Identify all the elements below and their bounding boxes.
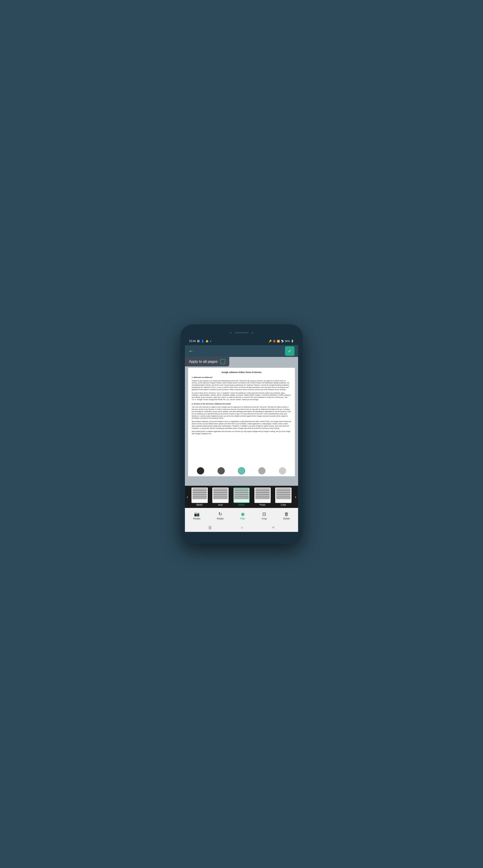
- status-time: 15:44: [189, 340, 196, 343]
- mute-icon: 🔇: [273, 340, 276, 343]
- phone-bottom-bar: [184, 532, 299, 539]
- section-2-heading: 2. Access to the Services; AdSense Accou…: [192, 403, 291, 405]
- filter-icon: ◉: [241, 511, 245, 517]
- phone-top-bar: [184, 329, 299, 337]
- top-navigation: ← ✓: [185, 345, 298, 357]
- filter-item-color[interactable]: Color: [275, 488, 291, 506]
- nav-recent-button[interactable]: |||: [209, 526, 211, 530]
- phone-screen-container: 15:44 🖼 👤 🔔 ● 🔑 🔇 📶 📡 90% 🔋 ← ✓: [184, 329, 299, 539]
- filter-label-color: Color: [281, 504, 286, 506]
- speaker-grille: [235, 332, 248, 333]
- filter-label-auto: Auto: [218, 504, 223, 506]
- apply-checkbox[interactable]: [220, 359, 225, 364]
- filter-dot-darkgray[interactable]: [218, 467, 225, 474]
- filter-dot-black[interactable]: [197, 467, 204, 474]
- filter-left-arrow[interactable]: ‹: [186, 495, 189, 499]
- section-1-heading: 1. Welcome to AdSense!: [192, 376, 291, 379]
- document-title: Google AdSense Online Terms of Service: [192, 371, 291, 374]
- filter-thumb-inner-photo: [255, 488, 270, 502]
- section-1-para-1: Thanks for your interest in our search a…: [192, 380, 291, 391]
- delete-icon: 🗑: [284, 512, 289, 517]
- crop-tool[interactable]: ⊡ Crop: [262, 511, 267, 520]
- phone-bottom-nav: ||| ○ <: [185, 523, 298, 532]
- status-bar: 15:44 🖼 👤 🔔 ● 🔑 🔇 📶 📡 90% 🔋: [184, 337, 299, 345]
- filter-thumb-photo: [254, 488, 271, 503]
- rotate-tool[interactable]: ↻ Rotate: [217, 511, 223, 520]
- bottom-toolbar: 📷 Retake ↻ Rotate ◉ Filter ⊡ Crop 🗑: [185, 508, 298, 523]
- filter-dot-verylightgray[interactable]: [279, 467, 286, 474]
- filter-right-arrow[interactable]: ›: [294, 495, 297, 499]
- filter-thumb-bw1: [192, 488, 208, 503]
- filter-thumb-bw2: [233, 488, 250, 503]
- filter-thumb-color: [275, 488, 291, 503]
- filter-item-bw1[interactable]: B&W1: [192, 488, 208, 506]
- filter-thumb-inner-bw2: [234, 488, 249, 502]
- filter-thumb-auto: [212, 488, 229, 503]
- nav-home-button[interactable]: ○: [241, 526, 243, 530]
- camera-dot-1: [230, 332, 231, 334]
- document-page: Google AdSense Online Terms of Service 1…: [188, 368, 295, 476]
- section-2-para-1: Your use of the Services is subject to y…: [192, 406, 291, 419]
- gallery-icon: 🖼: [197, 340, 200, 342]
- signal-icon: 📡: [281, 340, 284, 343]
- filter-tool[interactable]: ◉ Filter: [240, 511, 245, 520]
- retake-tool[interactable]: 📷 Retake: [193, 511, 201, 520]
- filter-thumb-inner-color: [276, 488, 291, 502]
- filter-label-photo: Photo: [260, 504, 265, 506]
- filter-strip: ‹: [185, 486, 298, 508]
- filter-dot-teal-active[interactable]: [238, 467, 245, 474]
- retake-label: Retake: [193, 518, 201, 520]
- person-icon: 👤: [201, 340, 204, 343]
- camera-dot-2: [252, 332, 253, 334]
- back-button[interactable]: ←: [189, 348, 194, 354]
- filter-dot-lightgray[interactable]: [258, 467, 265, 474]
- delete-tool[interactable]: 🗑 Delete: [283, 512, 290, 520]
- filter-label: Filter: [240, 518, 245, 520]
- section-2-para-2: By enrolling in AdSense, you permit Goog…: [192, 421, 291, 429]
- filter-thumb-inner-auto: [213, 488, 228, 502]
- rotate-icon: ↻: [219, 511, 222, 517]
- status-left: 15:44 🖼 👤 🔔 ●: [189, 340, 211, 343]
- apply-text: Apply to all pages: [189, 360, 218, 364]
- crop-label: Crop: [262, 518, 267, 520]
- nav-back-button[interactable]: <: [272, 526, 274, 530]
- section-2-para-3: Any Property that is a software applicat…: [192, 430, 291, 435]
- document-area: Apply to all pages Google AdSense Online…: [185, 357, 298, 486]
- confirm-button[interactable]: ✓: [285, 346, 294, 356]
- filter-items-container: B&W1: [190, 488, 293, 506]
- bell-icon: 🔔: [205, 340, 209, 343]
- wifi-icon: 📶: [277, 340, 280, 343]
- status-right: 🔑 🔇 📶 📡 90% 🔋: [269, 340, 294, 343]
- dot-icon: ●: [210, 340, 211, 342]
- delete-label: Delete: [283, 518, 290, 520]
- section-1-para-2: As used in these Terms of Service, "you"…: [192, 392, 291, 401]
- filter-label-bw1: B&W1: [196, 504, 203, 506]
- battery-level: 90%: [285, 340, 290, 342]
- main-screen: ← ✓ Apply to all pages Google AdSense On…: [185, 345, 298, 532]
- apply-banner: Apply to all pages: [185, 357, 229, 366]
- check-icon: ✓: [288, 348, 292, 354]
- key-icon: 🔑: [269, 340, 272, 343]
- filter-item-bw2[interactable]: B&W2: [233, 488, 250, 506]
- retake-icon: 📷: [194, 511, 200, 517]
- filter-label-bw2: B&W2: [238, 504, 245, 506]
- crop-icon: ⊡: [262, 511, 266, 517]
- filter-item-auto[interactable]: Auto: [212, 488, 229, 506]
- filter-item-photo[interactable]: Photo: [254, 488, 271, 506]
- filter-color-dots: [188, 465, 295, 476]
- rotate-label: Rotate: [217, 518, 223, 520]
- filter-thumb-inner-bw1: [192, 488, 207, 502]
- battery-icon: 🔋: [291, 340, 294, 343]
- phone-device: 15:44 🖼 👤 🔔 ● 🔑 🔇 📶 📡 90% 🔋 ← ✓: [180, 324, 303, 544]
